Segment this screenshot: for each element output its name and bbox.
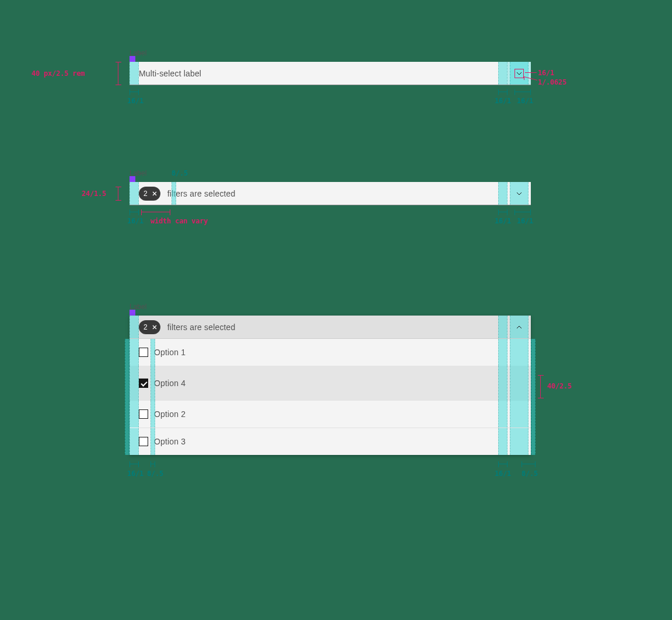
anno-tag-h: 24/1.5 [82,190,106,198]
multiselect-field[interactable]: 2 filters are selected [130,182,531,205]
anno-row-h: 40/2.5 [547,382,572,390]
ruler-pad-right-lbl: 16/1 [495,217,511,225]
ruler-icon-col-lbl: 16/1 [517,217,533,225]
close-icon[interactable] [150,323,159,332]
row-height-ruler [538,375,544,398]
option-label: Option 1 [154,348,186,357]
height-ruler [116,62,121,85]
dropdown-panel: 2 filters are selected Option 1Option 4O… [130,316,531,455]
anno-stroke: 1/.0625 [538,78,566,86]
ruler-icon-col [514,209,531,215]
selection-tag[interactable]: 2 [139,320,160,334]
summary-text: filters are selected [167,323,236,332]
multiselect-field-open[interactable]: 2 filters are selected [130,316,531,339]
close-icon[interactable] [150,189,159,198]
checkbox[interactable] [139,348,148,357]
checkbox[interactable] [139,379,148,388]
ruler-tag-width [141,209,170,215]
ruler-pad-right-lbl: 16/1 [495,470,511,478]
tag-count: 2 [144,190,148,198]
ruler-cb-gap [150,461,155,467]
anno-height: 40 px/2.5 rem [32,69,85,78]
tag-height-ruler [116,187,121,201]
ruler-pad-left [130,209,139,215]
anchor-marker [130,56,135,62]
multiselect-with-tag: Label 2 filters are selected 24/1.5 8/.5… [130,182,531,205]
anno-icon-size: 16/1 [538,69,554,77]
anchor-marker [130,310,135,316]
option-label: Option 2 [154,409,186,419]
option-row[interactable]: Option 2 [130,401,531,428]
ruler-icon-col-lbl: 16/1 [517,97,533,105]
chevron-up-icon [514,323,524,332]
anno-gap: 8/.5 [172,169,188,177]
ruler-pad-left [130,461,139,467]
anchor-marker [130,176,135,182]
ruler-pad-left-lbl: 16/1 [127,470,144,478]
multiselect-field[interactable]: Multi-select label [130,62,531,85]
ruler-pad-left [130,89,139,95]
ruler-pad-right [498,461,508,467]
selection-tag[interactable]: 2 [139,187,160,201]
chevron-down-icon [514,69,524,78]
ruler-pad-right-lbl: 16/1 [495,97,511,105]
ruler-pad-right [498,89,508,95]
option-row[interactable]: Option 4 [130,366,531,401]
ruler-pad-right [498,209,508,215]
ruler-pad-left-lbl: 16/1 [127,217,144,225]
checkbox[interactable] [139,409,148,419]
summary-text: filters are selected [167,189,236,198]
ruler-icon-col [514,89,531,95]
ruler-cb-gap-lbl: 8/.5 [147,470,163,478]
leader-line [525,72,537,73]
tag-count: 2 [144,323,148,331]
option-label: Option 3 [154,437,186,446]
placeholder-text: Multi-select label [139,69,201,78]
multiselect-closed: Label Multi-select label 40 px/2.5 rem 1… [130,62,531,85]
ruler-pad-left-lbl: 16/1 [127,97,144,105]
option-row[interactable]: Option 1 [130,339,531,366]
checkbox[interactable] [139,437,148,446]
multiselect-open: Label 2 filters are selected Option 1Opt… [130,316,531,455]
ruler-out-right [522,461,536,467]
chevron-down-icon [514,189,524,198]
option-row[interactable]: Option 3 [130,428,531,455]
option-label: Option 4 [154,379,186,388]
anno-width-vary: width can vary [150,217,208,225]
ruler-out-right-lbl: 8/.5 [522,470,538,478]
